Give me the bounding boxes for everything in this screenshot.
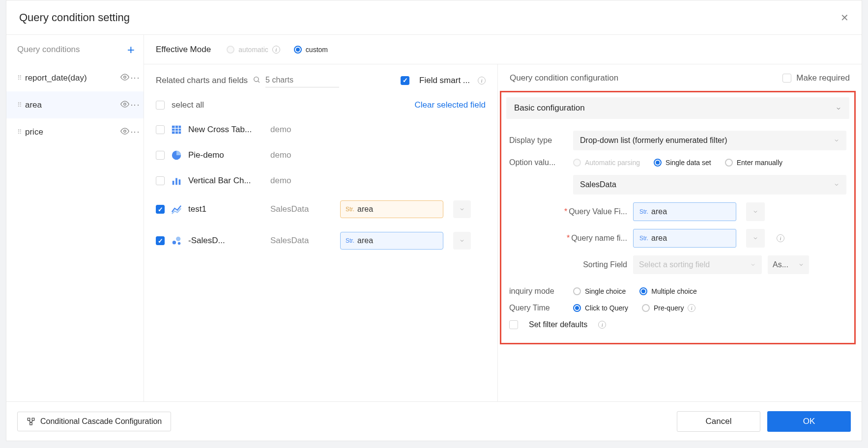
dataset-select[interactable]: SalesData: [573, 175, 846, 195]
condition-item[interactable]: ⠿ report_date(day) ⋮: [6, 64, 144, 91]
chevron-down-icon: [834, 138, 839, 143]
radio-custom[interactable]: custom: [294, 46, 328, 54]
chevron-down-icon: [836, 105, 841, 111]
condition-item[interactable]: ⠿ area ⋮: [6, 91, 144, 118]
chart-checkbox[interactable]: [156, 176, 165, 185]
info-icon[interactable]: i: [598, 321, 606, 329]
select-value: As...: [773, 260, 788, 269]
eye-icon[interactable]: [120, 127, 129, 138]
svg-rect-5: [172, 126, 181, 134]
main: Effective Mode automatic i custom Relate…: [144, 35, 862, 401]
radio-automatic-parsing: Automatic parsing: [573, 159, 640, 167]
query-value-select[interactable]: Str. area: [633, 202, 736, 221]
cascade-config-button[interactable]: Conditional Cascade Configuration: [17, 412, 171, 431]
radio-single-choice[interactable]: Single choice: [573, 287, 626, 295]
query-name-row: *Query name fi... Str. area i: [506, 225, 849, 252]
dropdown-button[interactable]: [746, 202, 765, 221]
more-icon[interactable]: ⋮: [133, 74, 137, 83]
chart-datasource: demo: [270, 150, 334, 160]
radio-label: automatic: [238, 46, 268, 54]
info-icon[interactable]: i: [478, 77, 486, 84]
radio-label: Multiple choice: [651, 287, 697, 295]
select-value: SalesData: [580, 180, 616, 189]
basic-config-section: Basic configuration Display type Drop-do…: [500, 91, 856, 344]
svg-rect-19: [30, 422, 32, 425]
info-icon[interactable]: i: [272, 46, 280, 54]
drag-handle-icon[interactable]: ⠿: [17, 101, 21, 109]
dropdown-button[interactable]: [746, 229, 765, 248]
chart-datasource: SalesData: [270, 204, 334, 214]
ok-button[interactable]: OK: [767, 411, 851, 432]
field-dropdown-button[interactable]: [453, 200, 471, 218]
form-label: Sorting Field: [509, 260, 627, 269]
pie-chart-icon: [171, 149, 182, 161]
svg-rect-11: [173, 181, 174, 185]
display-type-select[interactable]: Drop-down list (formerly enumerated filt…: [573, 131, 846, 150]
clear-selected-link[interactable]: Clear selected field: [414, 100, 486, 110]
info-icon[interactable]: i: [777, 234, 784, 242]
query-name-select[interactable]: Str. area: [633, 229, 736, 248]
radio-label: Click to Query: [585, 304, 628, 312]
line-chart-icon: [171, 203, 182, 215]
chart-checkbox[interactable]: [156, 151, 165, 160]
field-value: area: [357, 236, 373, 245]
sort-order-select[interactable]: As...: [768, 255, 809, 274]
radio-dot-icon: [573, 287, 581, 295]
info-icon[interactable]: i: [688, 304, 695, 312]
eye-icon[interactable]: [120, 100, 129, 111]
make-required-checkbox[interactable]: [782, 74, 791, 83]
drag-handle-icon[interactable]: ⠿: [17, 74, 21, 82]
field-chip[interactable]: Str. area: [340, 200, 443, 218]
form-label: *Query name fi...: [509, 234, 627, 243]
chevron-down-icon: [798, 262, 804, 268]
accordion-header[interactable]: Basic configuration: [506, 97, 849, 119]
display-type-row: Display type Drop-down list (formerly en…: [506, 127, 849, 154]
cancel-button[interactable]: Cancel: [677, 411, 760, 432]
radio-dot-icon: [573, 159, 581, 167]
bar-chart-icon: [171, 175, 182, 187]
more-icon[interactable]: ⋮: [133, 101, 137, 110]
related-head: Related charts and fields Field smart ..…: [144, 64, 497, 93]
select-all-checkbox[interactable]: [156, 101, 165, 110]
columns: Related charts and fields Field smart ..…: [144, 64, 862, 401]
chart-row: New Cross Tab... demo: [144, 117, 497, 142]
radio-dot-icon: [294, 46, 302, 54]
radio-click-to-query[interactable]: Click to Query: [573, 304, 628, 312]
chart-checkbox[interactable]: [156, 125, 165, 134]
condition-item[interactable]: ⠿ price ⋮: [6, 118, 144, 145]
dialog-title: Query condition setting: [19, 11, 130, 24]
sorting-field-select[interactable]: Select a sorting field: [633, 255, 762, 274]
radio-pre-query[interactable]: Pre-query i: [642, 304, 695, 312]
chart-datasource: SalesData: [270, 236, 334, 246]
chart-checkbox[interactable]: [156, 236, 165, 245]
field-dropdown-button[interactable]: [453, 232, 471, 250]
chart-search-input[interactable]: [265, 73, 339, 87]
chart-datasource: demo: [270, 125, 334, 135]
radio-dot-icon: [654, 159, 662, 167]
radio-enter-manually[interactable]: Enter manually: [725, 159, 782, 167]
inquiry-mode-radios: Single choice Multiple choice: [573, 287, 697, 295]
chart-row: Pie-demo demo: [144, 142, 497, 168]
field-smart-checkbox[interactable]: [401, 76, 409, 85]
field-chip[interactable]: Str. area: [340, 232, 443, 250]
drag-handle-icon[interactable]: ⠿: [17, 128, 21, 136]
config-panel: Query condition configuration Make requi…: [498, 64, 862, 401]
radio-multiple-choice[interactable]: Multiple choice: [639, 287, 697, 295]
dataset-row: SalesData: [506, 171, 849, 198]
more-icon[interactable]: ⋮: [133, 128, 137, 137]
add-condition-button[interactable]: +: [127, 43, 135, 56]
radio-dot-icon: [227, 46, 234, 54]
form-label: Query Time: [509, 304, 567, 312]
sidebar-title: Query conditions: [17, 45, 80, 55]
condition-label: area: [25, 100, 120, 110]
radio-single-dataset[interactable]: Single data set: [654, 159, 711, 167]
chart-checkbox[interactable]: [156, 205, 165, 214]
related-label: Related charts and fields: [156, 76, 248, 85]
sorting-row: Sorting Field Select a sorting field As.…: [506, 252, 849, 278]
eye-icon[interactable]: [120, 73, 129, 84]
close-icon[interactable]: ✕: [840, 12, 849, 24]
set-defaults-checkbox[interactable]: [509, 320, 518, 329]
svg-point-1: [124, 103, 126, 105]
search-icon[interactable]: [253, 76, 260, 85]
select-placeholder: Select a sorting field: [639, 260, 710, 269]
